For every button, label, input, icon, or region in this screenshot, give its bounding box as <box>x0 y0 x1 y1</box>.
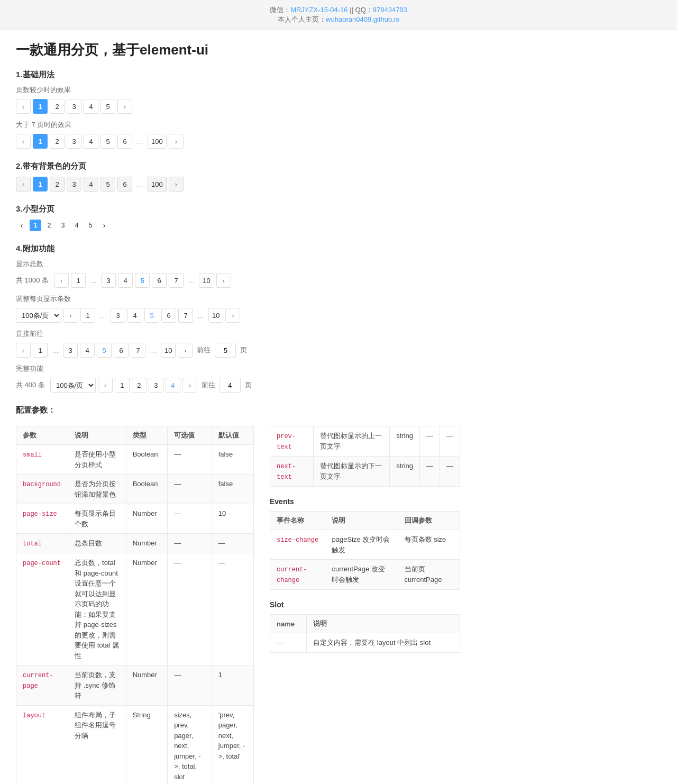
type-cell: Number <box>126 666 167 706</box>
page-btn-6-bg[interactable]: 6 <box>117 177 132 192</box>
col-header: name <box>270 615 307 633</box>
next-btn-few[interactable]: › <box>117 99 132 114</box>
page-btn-2-full[interactable]: 2 <box>132 378 147 393</box>
next-btn-bg[interactable]: › <box>169 177 184 192</box>
default-cell: — <box>440 426 460 457</box>
page-btn-5-total[interactable]: 5 <box>135 273 150 288</box>
page-btn-100-more[interactable]: 100 <box>148 134 167 149</box>
page-btn-6-more[interactable]: 6 <box>117 134 132 149</box>
desc-cell: 总条目数 <box>68 534 126 553</box>
params-table-container: 参数 说明 类型 可选值 默认值 small 是否使用小型分页样式 Boolea… <box>16 421 254 784</box>
page-btn-100-bg[interactable]: 100 <box>148 177 167 192</box>
next-btn-small[interactable]: › <box>98 220 110 231</box>
next-btn-full[interactable]: › <box>182 378 197 393</box>
table-row: prev-text 替代图标显示的上一页文字 string — — <box>270 426 460 457</box>
right-params-table: prev-text 替代图标显示的上一页文字 string — — next-t… <box>270 426 460 487</box>
more-pages-label: 大于 7 页时的效果 <box>16 120 460 130</box>
page-btn-5-few[interactable]: 5 <box>100 99 115 114</box>
type-cell: string <box>390 457 420 487</box>
page-btn-1-full[interactable]: 1 <box>115 378 130 393</box>
prev-btn-full[interactable]: ‹ <box>98 378 113 393</box>
type-cell: Boolean <box>126 445 167 475</box>
jump-input[interactable] <box>215 343 236 358</box>
page-btn-1-jump[interactable]: 1 <box>33 343 48 358</box>
page-size-select[interactable]: 10条/页 20条/页 50条/页 100条/页 <box>16 308 61 323</box>
page-btn-3-per-page[interactable]: 3 <box>111 308 125 323</box>
page-btn-5-more[interactable]: 5 <box>100 134 115 149</box>
slot-table: name说明 — 自定义内容，需要在 layout 中列出 slot <box>270 614 460 653</box>
page-btn-4-jump[interactable]: 4 <box>80 343 95 358</box>
homepage-link[interactable]: wuhaoran0409.github.io <box>326 15 399 23</box>
page-btn-1-small[interactable]: 1 <box>30 220 41 231</box>
page-btn-1-per-page[interactable]: 1 <box>80 308 95 323</box>
prev-btn-total[interactable]: ‹ <box>54 273 69 288</box>
param-cell: current-page <box>16 666 68 706</box>
page-btn-2-more[interactable]: 2 <box>50 134 65 149</box>
next-btn-total[interactable]: › <box>216 273 231 288</box>
page-btn-2-small[interactable]: 2 <box>43 220 55 231</box>
page-btn-4-full[interactable]: 4 <box>166 378 180 393</box>
extra-title: 4.附加功能 <box>16 244 460 254</box>
page-btn-4-per-page[interactable]: 4 <box>127 308 142 323</box>
page-btn-4-few[interactable]: 4 <box>84 99 98 114</box>
prev-btn-bg[interactable]: ‹ <box>16 177 31 192</box>
event-desc-cell: pageSize 改变时会触发 <box>325 530 398 560</box>
page-btn-5-bg[interactable]: 5 <box>100 177 115 192</box>
page-btn-5-jump[interactable]: 5 <box>97 343 112 358</box>
event-desc-cell: currentPage 改变时会触发 <box>325 560 398 590</box>
page-btn-5-small[interactable]: 5 <box>85 220 96 231</box>
page-btn-3-more[interactable]: 3 <box>67 134 81 149</box>
page-btn-3-full[interactable]: 3 <box>149 378 163 393</box>
few-pages-pagination: ‹ 1 2 3 4 5 › <box>16 99 460 114</box>
page-btn-7-per-page[interactable]: 7 <box>178 308 193 323</box>
prev-btn-more[interactable]: ‹ <box>16 134 31 149</box>
page-btn-2-bg[interactable]: 2 <box>50 177 65 192</box>
page-btn-10-jump[interactable]: 10 <box>161 343 176 358</box>
page-btn-10-total[interactable]: 10 <box>199 273 214 288</box>
right-table-section: prev-text 替代图标显示的上一页文字 string — — next-t… <box>270 421 460 784</box>
full-page-size-select[interactable]: 10条/页 20条/页 50条/页 100条/页 <box>50 378 96 393</box>
wechat-link[interactable]: MRJYZX-15-04-16 <box>290 6 347 14</box>
page-btn-2-few[interactable]: 2 <box>50 99 65 114</box>
page-btn-6-total[interactable]: 6 <box>152 273 167 288</box>
page-btn-1-more[interactable]: 1 <box>33 134 48 149</box>
events-label: Events <box>270 497 460 506</box>
page-btn-3-jump[interactable]: 3 <box>63 343 78 358</box>
page-btn-1-total[interactable]: 1 <box>71 273 86 288</box>
options-cell: — <box>168 504 212 534</box>
next-btn-per-page[interactable]: › <box>225 308 240 323</box>
prev-btn-jump[interactable]: ‹ <box>16 343 31 358</box>
page-btn-10-per-page[interactable]: 10 <box>208 308 223 323</box>
page-btn-3-bg[interactable]: 3 <box>67 177 81 192</box>
page-btn-4-small[interactable]: 4 <box>71 220 83 231</box>
prev-btn-few[interactable]: ‹ <box>16 99 31 114</box>
page-btn-1-few[interactable]: 1 <box>33 99 48 114</box>
page-btn-1-bg[interactable]: 1 <box>33 177 48 192</box>
qq-link[interactable]: 978434783 <box>373 6 407 14</box>
options-cell: — <box>168 553 212 666</box>
page-btn-4-bg[interactable]: 4 <box>84 177 98 192</box>
next-btn-jump[interactable]: › <box>178 343 193 358</box>
page-btn-7-jump[interactable]: 7 <box>131 343 145 358</box>
page-btn-3-small[interactable]: 3 <box>57 220 69 231</box>
page-btn-5-per-page[interactable]: 5 <box>144 308 159 323</box>
page-btn-6-jump[interactable]: 6 <box>114 343 129 358</box>
prev-btn-per-page[interactable]: ‹ <box>63 308 78 323</box>
next-btn-more[interactable]: › <box>169 134 184 149</box>
total-display-label: 显示总数 <box>16 259 460 269</box>
full-jump-input[interactable] <box>219 378 241 393</box>
ellipsis-more-1: … <box>134 138 145 145</box>
page-btn-4-more[interactable]: 4 <box>84 134 98 149</box>
page-btn-6-per-page[interactable]: 6 <box>161 308 176 323</box>
page-btn-3-total[interactable]: 3 <box>101 273 116 288</box>
full-total: 共 400 条 <box>16 380 45 390</box>
page-btn-4-total[interactable]: 4 <box>118 273 133 288</box>
options-cell: — <box>419 457 440 487</box>
slot-desc-cell: 自定义内容，需要在 layout 中列出 slot <box>307 633 460 653</box>
page-btn-3-few[interactable]: 3 <box>67 99 81 114</box>
type-cell: Number <box>126 534 167 553</box>
page-btn-7-total[interactable]: 7 <box>169 273 184 288</box>
desc-cell: 总页数，total 和 page-count 设置任意一个就可以达到显示页码的功… <box>68 553 126 666</box>
ellipsis-per-page-2: … <box>195 312 206 320</box>
prev-btn-small[interactable]: ‹ <box>16 220 28 231</box>
